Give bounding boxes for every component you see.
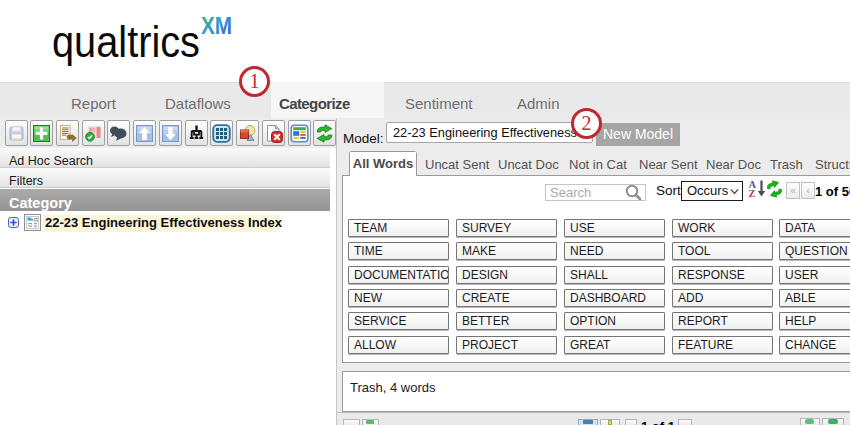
svg-text:XM: XM (201, 13, 232, 39)
svg-text:qualtrics: qualtrics (52, 16, 200, 67)
